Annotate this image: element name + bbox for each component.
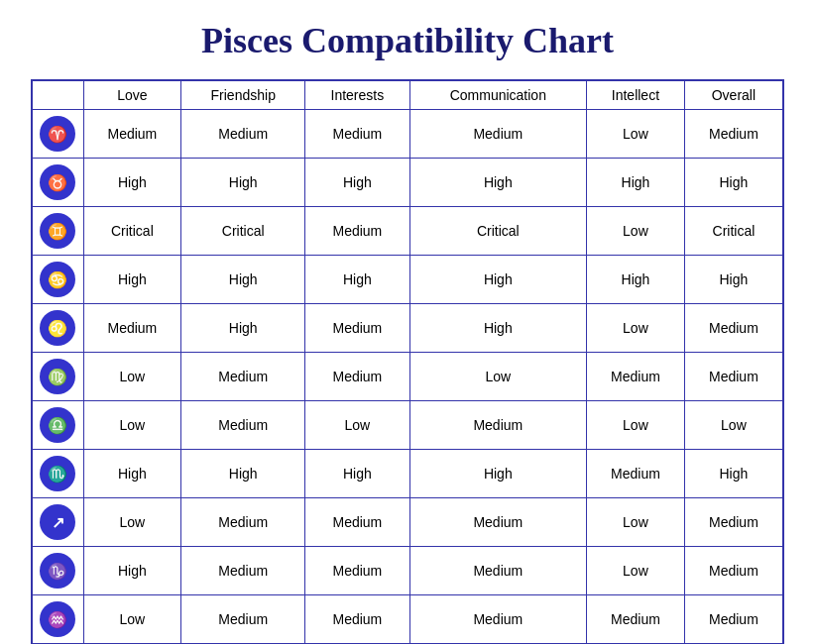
cell-virgo-communication: Low — [409, 353, 587, 401]
cell-aries-friendship: Medium — [181, 110, 305, 159]
cell-taurus-overall: High — [684, 159, 783, 207]
chart-title: Pisces Compatibility Chart — [31, 20, 784, 61]
cell-capricorn-interests: Medium — [305, 547, 409, 595]
zodiac-icon-taurus: ♉ — [40, 164, 75, 200]
cell-cancer-intellect: High — [587, 256, 685, 304]
table-row: ♒LowMediumMediumMediumMediumMedium — [32, 595, 783, 644]
cell-aries-interests: Medium — [305, 110, 409, 159]
cell-scorpio-love: High — [83, 450, 181, 498]
cell-libra-communication: Medium — [409, 401, 587, 450]
table-row: ♉HighHighHighHighHighHigh — [32, 159, 783, 207]
header-communication: Communication — [409, 80, 587, 110]
zodiac-cell-libra: ♎ — [32, 401, 83, 450]
compatibility-table: LoveFriendshipInterestsCommunicationInte… — [31, 79, 784, 644]
table-row: ♏HighHighHighHighMediumHigh — [32, 450, 783, 498]
table-row: ♎LowMediumLowMediumLowLow — [32, 401, 783, 450]
cell-virgo-love: Low — [83, 353, 181, 401]
cell-scorpio-friendship: High — [181, 450, 305, 498]
zodiac-icon-aquarius: ♒ — [40, 601, 75, 637]
table-row: ♊CriticalCriticalMediumCriticalLowCritic… — [32, 207, 783, 256]
cell-virgo-overall: Medium — [684, 353, 783, 401]
cell-aquarius-communication: Medium — [409, 595, 587, 644]
cell-gemini-overall: Critical — [684, 207, 783, 256]
cell-capricorn-love: High — [83, 547, 181, 595]
cell-leo-intellect: Low — [587, 304, 685, 353]
cell-aquarius-love: Low — [83, 595, 181, 644]
cell-gemini-interests: Medium — [305, 207, 409, 256]
zodiac-cell-virgo: ♍ — [32, 353, 83, 401]
zodiac-cell-aries: ♈ — [32, 110, 83, 159]
table-row: ♍LowMediumMediumLowMediumMedium — [32, 353, 783, 401]
cell-scorpio-overall: High — [684, 450, 783, 498]
cell-virgo-friendship: Medium — [181, 353, 305, 401]
cell-gemini-friendship: Critical — [181, 207, 305, 256]
cell-sagittarius-interests: Medium — [305, 498, 409, 547]
table-row: ♑HighMediumMediumMediumLowMedium — [32, 547, 783, 595]
zodiac-cell-capricorn: ♑ — [32, 547, 83, 595]
cell-sagittarius-intellect: Low — [587, 498, 685, 547]
page-container: Pisces Compatibility Chart LoveFriendshi… — [11, 0, 804, 644]
header-friendship: Friendship — [181, 80, 305, 110]
zodiac-icon-aries: ♈ — [40, 116, 75, 152]
zodiac-cell-scorpio: ♏ — [32, 450, 83, 498]
zodiac-cell-taurus: ♉ — [32, 159, 83, 207]
table-row: ♋HighHighHighHighHighHigh — [32, 256, 783, 304]
cell-scorpio-intellect: Medium — [587, 450, 685, 498]
header-sign-col — [32, 80, 83, 110]
table-row: ♌MediumHighMediumHighLowMedium — [32, 304, 783, 353]
header-intellect: Intellect — [587, 80, 685, 110]
cell-cancer-communication: High — [409, 256, 587, 304]
cell-libra-interests: Low — [305, 401, 409, 450]
cell-taurus-communication: High — [409, 159, 587, 207]
cell-taurus-interests: High — [305, 159, 409, 207]
cell-taurus-friendship: High — [181, 159, 305, 207]
zodiac-icon-capricorn: ♑ — [40, 553, 75, 589]
cell-cancer-friendship: High — [181, 256, 305, 304]
zodiac-icon-leo: ♌ — [40, 310, 75, 346]
cell-leo-love: Medium — [83, 304, 181, 353]
cell-capricorn-intellect: Low — [587, 547, 685, 595]
header-interests: Interests — [305, 80, 409, 110]
cell-aries-communication: Medium — [409, 110, 587, 159]
cell-libra-love: Low — [83, 401, 181, 450]
cell-aries-overall: Medium — [684, 110, 783, 159]
cell-virgo-intellect: Medium — [587, 353, 685, 401]
cell-taurus-love: High — [83, 159, 181, 207]
cell-virgo-interests: Medium — [305, 353, 409, 401]
cell-scorpio-interests: High — [305, 450, 409, 498]
header-overall: Overall — [684, 80, 783, 110]
cell-cancer-overall: High — [684, 256, 783, 304]
cell-cancer-interests: High — [305, 256, 409, 304]
zodiac-icon-gemini: ♊ — [40, 213, 75, 249]
cell-libra-overall: Low — [684, 401, 783, 450]
zodiac-icon-libra: ♎ — [40, 407, 75, 443]
zodiac-cell-sagittarius: ↗ — [32, 498, 83, 547]
zodiac-icon-sagittarius: ↗ — [40, 504, 75, 540]
cell-sagittarius-communication: Medium — [409, 498, 587, 547]
zodiac-cell-leo: ♌ — [32, 304, 83, 353]
cell-aquarius-interests: Medium — [305, 595, 409, 644]
cell-aquarius-friendship: Medium — [181, 595, 305, 644]
cell-capricorn-communication: Medium — [409, 547, 587, 595]
cell-sagittarius-friendship: Medium — [181, 498, 305, 547]
cell-taurus-intellect: High — [587, 159, 685, 207]
table-row: ↗LowMediumMediumMediumLowMedium — [32, 498, 783, 547]
zodiac-cell-aquarius: ♒ — [32, 595, 83, 644]
cell-aries-intellect: Low — [587, 110, 685, 159]
cell-gemini-love: Critical — [83, 207, 181, 256]
zodiac-icon-cancer: ♋ — [40, 262, 75, 297]
cell-aquarius-overall: Medium — [684, 595, 783, 644]
cell-sagittarius-love: Low — [83, 498, 181, 547]
cell-capricorn-friendship: Medium — [181, 547, 305, 595]
cell-capricorn-overall: Medium — [684, 547, 783, 595]
table-row: ♈MediumMediumMediumMediumLowMedium — [32, 110, 783, 159]
cell-aquarius-intellect: Medium — [587, 595, 685, 644]
cell-aries-love: Medium — [83, 110, 181, 159]
zodiac-icon-scorpio: ♏ — [40, 456, 75, 491]
zodiac-cell-gemini: ♊ — [32, 207, 83, 256]
cell-leo-interests: Medium — [305, 304, 409, 353]
header-love: Love — [83, 80, 181, 110]
cell-leo-overall: Medium — [684, 304, 783, 353]
cell-libra-friendship: Medium — [181, 401, 305, 450]
cell-scorpio-communication: High — [409, 450, 587, 498]
